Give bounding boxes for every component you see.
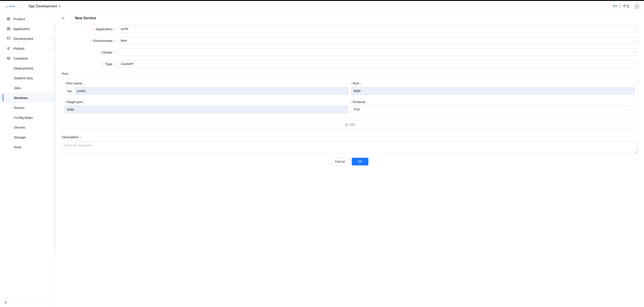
sidebar-footer (0, 298, 55, 307)
port-group: * Port name： tcp- port01 * (62, 78, 638, 118)
protocol-select[interactable]: TCP ▽ (351, 106, 635, 113)
chevron-down-icon: ▽ (634, 40, 635, 42)
colon: ： (113, 27, 116, 31)
page-title: New Service (75, 16, 96, 20)
add-label: Add (349, 123, 355, 126)
cluster-select[interactable]: ▽ (118, 48, 638, 56)
sidebar-item-development[interactable]: Development ⌄ (0, 34, 55, 44)
colon: ： (113, 39, 116, 43)
sidebar-item-container[interactable]: Container ⌃ (0, 53, 55, 63)
new-service-form: * Application ： uicrfe ▽ * Environment ： (56, 24, 644, 174)
lang-separator: | (620, 4, 621, 8)
sidebar-item-label: Secrets (14, 126, 25, 129)
sidebar-item-label: Deployments (14, 66, 34, 70)
form-row-cluster: * Cluster ： ▽ (62, 48, 638, 56)
label-text: Cluster (102, 51, 112, 54)
port-name-input[interactable]: port01 (74, 87, 348, 95)
sidebar-item-deployments[interactable]: Deployments (0, 63, 55, 73)
required-asterisk-icon: * (351, 100, 352, 104)
main-content[interactable]: New Service * Application ： uicrfe ▽ (56, 12, 644, 307)
select-value: beta (121, 39, 634, 42)
sidebar-item-label: Routes (14, 106, 25, 110)
required-asterisk-icon: * (65, 100, 66, 104)
resize-handle-icon[interactable] (635, 150, 637, 153)
sidebar-item-routes[interactable]: Routes (0, 103, 55, 113)
add-port-button[interactable]: Add (62, 120, 638, 129)
chevron-down-icon: ▽ (634, 51, 635, 54)
application-select[interactable]: uicrfe ▽ (118, 25, 638, 33)
target-port-input[interactable]: 8080 (65, 106, 348, 113)
lang-en[interactable]: EN (613, 4, 618, 8)
required-asterisk-icon: * (351, 81, 352, 86)
environment-label: * Environment ： (62, 38, 118, 43)
sidebar-item-pods[interactable]: Pods (0, 142, 55, 152)
port-input[interactable]: 8080 (351, 87, 635, 95)
label-text: Environment (94, 39, 112, 43)
svg-point-12 (9, 19, 10, 20)
description-textarea[interactable]: Enter the description (62, 142, 638, 153)
sidebar-item-secrets[interactable]: Secrets (0, 122, 55, 132)
page-head-separator (71, 16, 71, 20)
sidebar-item-product[interactable]: Product (0, 14, 55, 24)
sidebar-collapse-icon[interactable] (4, 301, 8, 305)
chevron-up-icon: ⌃ (50, 57, 52, 60)
sidebar-item-services[interactable]: Services (0, 93, 55, 103)
sidebar-item-stateful-sets[interactable]: Stateful Sets (0, 73, 55, 83)
sidebar-item-label: Services (14, 96, 28, 100)
brand-logo[interactable]: EnOS ™ (4, 3, 16, 10)
svg-rect-17 (7, 38, 10, 40)
port-name-prefix: tcp- (65, 87, 74, 95)
form-row-application: * Application ： uicrfe ▽ (62, 25, 638, 33)
colon: ： (113, 50, 116, 55)
sidebar-item-label: Config Maps (14, 116, 33, 119)
svg-rect-13 (7, 27, 8, 29)
sidebar-item-publish[interactable]: Publish ⌄ (0, 44, 55, 53)
protocol-label: * Protocol： (351, 100, 635, 104)
sidebar-item-label: Storage (14, 135, 26, 139)
sidebar-item-label: Product (14, 17, 25, 21)
arrow-left-icon (62, 16, 66, 20)
label-text: Type (105, 62, 112, 66)
required-asterisk-icon: * (103, 62, 104, 66)
cluster-label: * Cluster ： (62, 50, 118, 55)
port-name-field: * Port name： tcp- port01 (65, 81, 348, 95)
input-value: 8080 (354, 89, 360, 93)
input-value: port01 (77, 89, 86, 93)
svg-rect-14 (9, 27, 10, 29)
port-label: * Port： (351, 81, 635, 86)
label-text: Application (96, 27, 112, 31)
sidebar-item-storage[interactable]: Storage (0, 132, 55, 142)
label-text: Port： (353, 81, 362, 86)
sidebar-scroll[interactable]: Product Application Development ⌄ Pu (0, 12, 55, 298)
sidebar-item-label: Publish (14, 47, 24, 51)
type-select[interactable]: ClusterIP ▽ (118, 60, 638, 68)
sidebar-item-label: Application (14, 27, 30, 31)
svg-rect-11 (7, 19, 8, 20)
target-port-field: * Target port： 8080 (65, 100, 348, 113)
required-asterisk-icon: * (94, 27, 95, 31)
button-label: Cancel (335, 160, 345, 163)
svg-text:™: ™ (15, 5, 16, 6)
chevron-down-icon: ⌄ (50, 47, 52, 50)
breadcrumb-dropdown[interactable]: App Development ▼ (28, 4, 61, 8)
cancel-button[interactable]: Cancel (331, 158, 349, 165)
sidebar-item-config-maps[interactable]: Config Maps (0, 113, 55, 122)
chevron-down-icon: ▽ (634, 63, 635, 65)
svg-point-5 (8, 6, 8, 6)
svg-rect-15 (7, 29, 8, 30)
environment-select[interactable]: beta ▽ (118, 37, 638, 44)
svg-text:EnOS: EnOS (9, 5, 15, 8)
plus-circle-icon (345, 123, 348, 126)
code-icon (7, 37, 10, 40)
sidebar-item-application[interactable]: Application (0, 24, 55, 34)
breadcrumb-label: App Development (28, 4, 57, 8)
sidebar-item-jobs[interactable]: Jobs (0, 83, 55, 93)
svg-point-2 (6, 6, 6, 6)
avatar[interactable]: e (634, 3, 640, 10)
header-right: EN | 中文 e (613, 3, 640, 10)
page-header: New Service (56, 12, 644, 24)
lang-cn[interactable]: 中文 (623, 4, 630, 8)
back-button[interactable] (62, 16, 67, 21)
ok-button[interactable]: OK (352, 158, 368, 165)
sidebar-item-label: Development (14, 37, 33, 41)
